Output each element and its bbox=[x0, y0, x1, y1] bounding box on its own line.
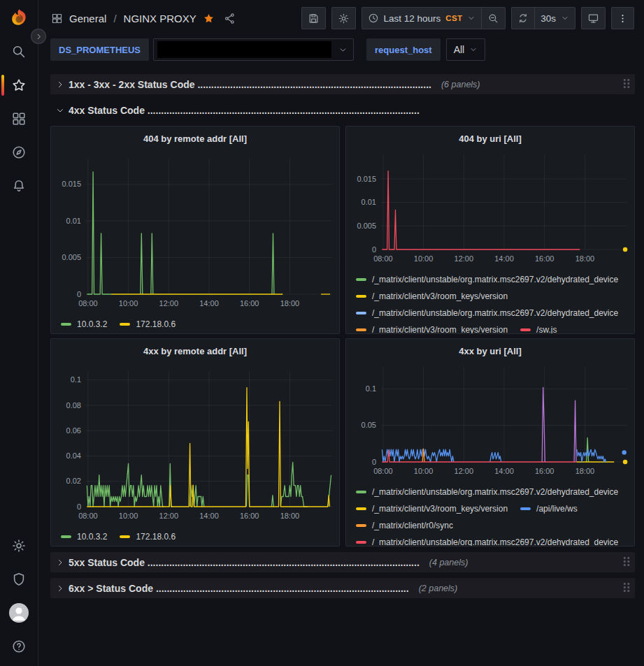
svg-text:0.06: 0.06 bbox=[66, 426, 81, 435]
legend-label: /_matrix/client/unstable/org.matrix.msc2… bbox=[372, 308, 618, 318]
zoom-out-time-button[interactable] bbox=[481, 7, 506, 29]
legend-row: /_matrix/client/v3/room_keys/version bbox=[356, 288, 627, 305]
sidebar-item-help[interactable] bbox=[0, 630, 38, 663]
panel-4xx-by-remote-addr: 4xx by remote addr [All] 00.020.040.060.… bbox=[50, 338, 340, 546]
row-panel-count: (6 panels) bbox=[441, 80, 480, 89]
legend-item[interactable]: /_matrix/client/v3/room_keys/version bbox=[356, 291, 508, 301]
favorite-star-icon[interactable] bbox=[203, 13, 215, 24]
main-area: General / NGINX PROXY Last 12 hours bbox=[38, 0, 644, 666]
tv-mode-button[interactable] bbox=[581, 7, 606, 29]
refresh-interval-label: 30s bbox=[541, 13, 556, 24]
legend-item[interactable]: /_matrix/client/v3/room_keys/version bbox=[356, 325, 508, 333]
row-drag-handle-icon[interactable] bbox=[623, 556, 631, 569]
chevron-down-icon bbox=[56, 106, 64, 115]
share-icon[interactable] bbox=[224, 13, 236, 24]
svg-text:08:00: 08:00 bbox=[78, 512, 98, 520]
legend-row: /_matrix/client/r0/sync bbox=[356, 517, 627, 534]
legend-item[interactable]: /api/live/ws bbox=[520, 504, 578, 514]
legend-item[interactable]: /sw.js bbox=[520, 325, 557, 333]
legend-item[interactable]: 172.18.0.6 bbox=[120, 532, 176, 542]
monitor-icon bbox=[587, 13, 599, 24]
svg-text:10:00: 10:00 bbox=[119, 299, 138, 307]
svg-text:14:00: 14:00 bbox=[199, 299, 219, 307]
chart-canvas[interactable]: 00.0050.010.01508:0010:0012:0014:0016:00… bbox=[54, 150, 338, 312]
row-title-leader: ........................................… bbox=[156, 583, 409, 594]
sidebar-item-configuration[interactable] bbox=[0, 529, 38, 563]
chevron-right-icon bbox=[56, 584, 64, 593]
legend-swatch-icon bbox=[356, 541, 366, 544]
refresh-interval-picker[interactable]: 30s bbox=[534, 7, 575, 29]
shield-icon bbox=[11, 572, 27, 587]
legend-swatch-icon bbox=[61, 323, 71, 326]
variable-select-request-host[interactable]: All bbox=[446, 38, 486, 61]
chart-canvas[interactable]: 00.0050.010.01508:0010:0012:0014:0016:00… bbox=[349, 150, 633, 268]
panel-title[interactable]: 404 by remote addr [All] bbox=[51, 126, 339, 150]
compass-icon bbox=[11, 145, 27, 160]
panel-title[interactable]: 404 by uri [All] bbox=[346, 126, 634, 150]
svg-text:14:00: 14:00 bbox=[494, 467, 514, 475]
legend-item[interactable]: 172.18.0.6 bbox=[120, 319, 176, 329]
sidebar-item-explore[interactable] bbox=[0, 136, 38, 169]
row-header-4xx[interactable]: 4xx Status Code ........................… bbox=[50, 100, 635, 120]
row-panel-count: (2 panels) bbox=[419, 584, 458, 593]
bell-icon bbox=[11, 178, 27, 194]
legend-item[interactable]: /_matrix/client/v3/room_keys/version bbox=[356, 504, 508, 514]
time-series-chart[interactable]: 00.050.108:0010:0012:0014:0016:0018:00 bbox=[346, 363, 634, 482]
row-drag-handle-icon[interactable] bbox=[623, 582, 631, 595]
svg-text:10:00: 10:00 bbox=[414, 467, 434, 475]
dashboards-grid-icon bbox=[11, 111, 27, 126]
legend-swatch-icon bbox=[520, 507, 531, 510]
grafana-logo[interactable] bbox=[0, 0, 38, 35]
legend-item[interactable]: /_matrix/client/unstable/org.matrix.msc2… bbox=[356, 487, 618, 497]
svg-text:08:00: 08:00 bbox=[373, 467, 393, 475]
save-dashboard-button[interactable] bbox=[301, 7, 326, 29]
legend-label: /_matrix/client/unstable/org.matrix.msc2… bbox=[372, 487, 618, 497]
legend-item[interactable]: /_matrix/client/unstable/org.matrix.msc2… bbox=[356, 275, 618, 284]
chevron-right-icon bbox=[35, 33, 43, 41]
refresh-button[interactable] bbox=[511, 7, 534, 29]
sidebar-item-server-admin[interactable] bbox=[0, 563, 38, 596]
legend-item[interactable]: 10.0.3.2 bbox=[61, 532, 107, 542]
row-title: 4xx Status Code bbox=[69, 105, 145, 116]
svg-text:18:00: 18:00 bbox=[280, 299, 300, 307]
panel-title[interactable]: 4xx by uri [All] bbox=[346, 339, 634, 363]
row-header-1xx-3xx-2xx[interactable]: 1xx - 3xx - 2xx Status Code ............… bbox=[50, 74, 635, 94]
time-series-chart[interactable]: 00.0050.010.01508:0010:0012:0014:0016:00… bbox=[51, 150, 339, 314]
chart-canvas[interactable]: 00.050.108:0010:0012:0014:0016:0018:00 bbox=[349, 363, 633, 480]
legend-item[interactable]: 10.0.3.2 bbox=[61, 319, 107, 329]
chart-legend: 10.0.3.2172.18.0.6 bbox=[51, 527, 339, 545]
sidebar-item-dashboards[interactable] bbox=[0, 102, 38, 136]
sidebar-item-starred[interactable] bbox=[0, 68, 38, 102]
legend-item[interactable]: /_matrix/client/unstable/org.matrix.msc2… bbox=[356, 537, 618, 546]
legend-label: /sw.js bbox=[536, 325, 557, 333]
row-title-leader: ........................................… bbox=[148, 105, 420, 116]
legend-item[interactable]: /_matrix/client/r0/sync bbox=[356, 521, 453, 530]
sidebar-expand-button[interactable] bbox=[31, 29, 46, 44]
chart-canvas[interactable]: 00.020.040.060.080.108:0010:0012:0014:00… bbox=[54, 363, 338, 525]
svg-text:0.02: 0.02 bbox=[66, 477, 81, 485]
time-series-chart[interactable]: 00.0050.010.01508:0010:0012:0014:0016:00… bbox=[346, 150, 634, 270]
refresh-icon bbox=[517, 13, 529, 24]
row-header-5xx[interactable]: 5xx Status Code ........................… bbox=[50, 552, 635, 572]
time-range-picker[interactable]: Last 12 hours CST bbox=[362, 7, 482, 29]
variable-select-datasource[interactable] bbox=[153, 38, 354, 61]
legend-row: /_matrix/client/unstable/org.matrix.msc2… bbox=[356, 305, 627, 321]
sidebar-item-profile[interactable] bbox=[0, 596, 38, 630]
dashboard-settings-button[interactable] bbox=[331, 7, 356, 29]
zoom-out-icon bbox=[487, 13, 499, 24]
time-series-chart[interactable]: 00.020.040.060.080.108:0010:0012:0014:00… bbox=[51, 363, 339, 527]
legend-swatch-icon bbox=[356, 491, 366, 493]
panel-title[interactable]: 4xx by remote addr [All] bbox=[51, 339, 339, 363]
legend-swatch-icon bbox=[356, 524, 366, 527]
svg-text:14:00: 14:00 bbox=[199, 512, 219, 520]
sidebar-item-alerting[interactable] bbox=[0, 169, 38, 203]
svg-text:0.01: 0.01 bbox=[66, 217, 81, 225]
legend-item[interactable]: /_matrix/client/unstable/org.matrix.msc2… bbox=[356, 308, 618, 318]
row-drag-handle-icon[interactable] bbox=[623, 78, 631, 91]
row-header-6xx[interactable]: 6xx > Status Code ......................… bbox=[50, 578, 635, 598]
more-options-button[interactable] bbox=[611, 7, 634, 29]
legend-label: /_matrix/client/unstable/org.matrix.msc2… bbox=[372, 537, 618, 546]
breadcrumb-folder[interactable]: General bbox=[69, 13, 106, 24]
svg-text:0.1: 0.1 bbox=[71, 375, 81, 384]
legend-row: /_matrix/client/v3/room_keys/version/sw.… bbox=[356, 321, 627, 333]
